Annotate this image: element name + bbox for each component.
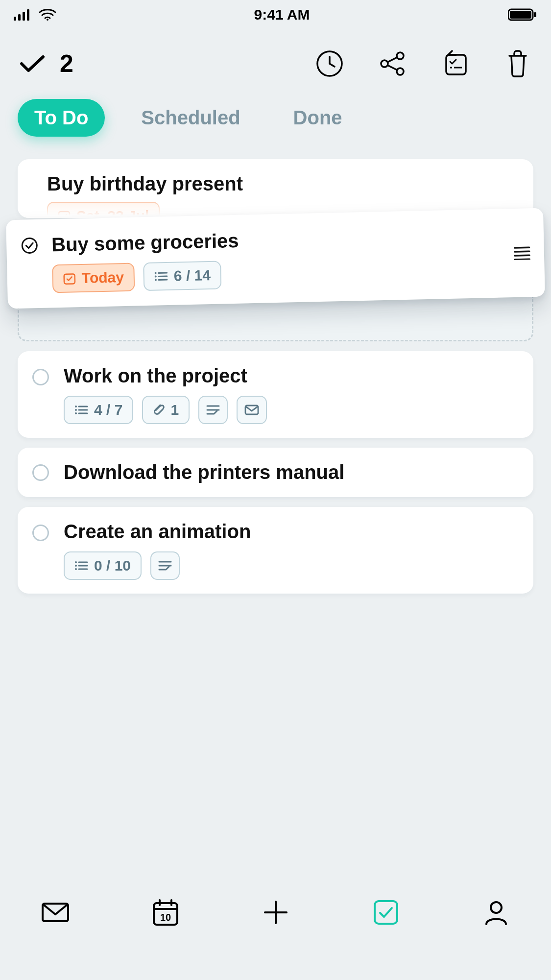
- task-card[interactable]: Buy birthday present Sat, 22 Jul: [18, 159, 533, 218]
- svg-line-12: [387, 57, 397, 62]
- svg-point-18: [22, 238, 37, 253]
- share-button[interactable]: [379, 50, 406, 77]
- paperclip-icon: [153, 404, 165, 416]
- svg-point-20: [155, 272, 157, 274]
- task-card[interactable]: Work on the project 4 / 7 1: [18, 351, 533, 438]
- tab-add[interactable]: [260, 897, 291, 928]
- tab-calendar[interactable]: 10: [150, 897, 181, 928]
- task-title: Buy birthday present: [47, 173, 243, 195]
- tab-inbox[interactable]: [40, 897, 71, 928]
- svg-point-34: [75, 412, 77, 414]
- svg-rect-1: [18, 14, 21, 21]
- svg-point-32: [75, 409, 77, 411]
- svg-point-43: [75, 568, 77, 570]
- task-radio[interactable]: [32, 369, 49, 385]
- task-radio[interactable]: [32, 464, 49, 481]
- cellular-signal-icon: [14, 9, 31, 21]
- task-title: Create an animation: [64, 521, 519, 543]
- notes-chip[interactable]: [150, 551, 180, 580]
- progress-chip[interactable]: 0 / 10: [64, 551, 142, 580]
- svg-point-41: [75, 565, 77, 567]
- svg-rect-14: [446, 55, 466, 74]
- task-card[interactable]: Download the printers manual: [18, 448, 533, 497]
- email-chip[interactable]: [237, 396, 267, 424]
- bottom-tab-bar: 10: [0, 882, 551, 980]
- list-icon: [74, 405, 88, 415]
- svg-point-9: [397, 52, 404, 59]
- wifi-icon: [39, 9, 56, 21]
- battery-icon: [508, 8, 537, 22]
- svg-point-11: [397, 68, 404, 75]
- svg-rect-2: [23, 12, 25, 21]
- drag-handle-icon[interactable]: [514, 246, 531, 260]
- chip-label: Today: [81, 269, 124, 287]
- tab-todo[interactable]: To Do: [18, 99, 105, 137]
- chip-label: 1: [170, 402, 179, 418]
- filter-tabs: To Do Scheduled Done: [18, 98, 533, 137]
- status-right: [508, 8, 537, 22]
- task-title: Buy some groceries: [51, 230, 239, 256]
- svg-rect-54: [375, 901, 397, 924]
- svg-point-55: [491, 902, 502, 913]
- status-left: [14, 9, 56, 21]
- checkmark-icon: [20, 54, 45, 73]
- task-list: Buy birthday present Sat, 22 Jul Buy som…: [18, 159, 533, 877]
- progress-chip[interactable]: 4 / 7: [64, 396, 133, 424]
- task-radio-checked[interactable]: [21, 237, 38, 254]
- tab-done[interactable]: Done: [277, 99, 359, 137]
- delete-button[interactable]: [504, 50, 531, 77]
- svg-rect-0: [14, 17, 16, 21]
- svg-point-39: [75, 561, 77, 563]
- status-bar: 9:41 AM: [0, 0, 551, 29]
- svg-point-4: [47, 19, 48, 21]
- svg-rect-3: [27, 9, 29, 21]
- mail-icon: [244, 404, 259, 416]
- svg-line-13: [387, 65, 397, 70]
- task-title: Work on the project: [64, 365, 519, 387]
- selection-count: 2: [60, 49, 73, 78]
- chip-label: 4 / 7: [94, 402, 122, 418]
- attachment-chip[interactable]: 1: [142, 396, 190, 424]
- chip-label: 0 / 10: [94, 557, 131, 574]
- task-card[interactable]: Create an animation 0 / 10: [18, 507, 533, 594]
- tab-profile[interactable]: [480, 897, 512, 928]
- calendar-check-icon: [63, 272, 76, 285]
- notes-icon: [206, 404, 220, 416]
- svg-line-27: [515, 251, 529, 252]
- selection-indicator: 2: [20, 49, 73, 78]
- schedule-button[interactable]: [316, 50, 343, 77]
- svg-line-28: [515, 255, 529, 256]
- progress-chip[interactable]: 6 / 14: [143, 261, 221, 291]
- list-icon: [154, 271, 168, 282]
- status-time: 9:41 AM: [254, 6, 310, 23]
- task-title: Download the printers manual: [64, 461, 519, 483]
- tab-scheduled[interactable]: Scheduled: [124, 99, 257, 137]
- svg-line-29: [515, 259, 529, 260]
- due-date-chip[interactable]: Today: [52, 263, 135, 293]
- svg-point-22: [155, 276, 157, 278]
- drag-area: Buy some groceries Today 6 / 14: [18, 214, 533, 341]
- task-radio[interactable]: [32, 525, 49, 541]
- notes-icon: [158, 560, 172, 572]
- calendar-day-label: 10: [160, 912, 170, 923]
- move-to-list-button[interactable]: [441, 50, 469, 77]
- svg-rect-6: [510, 11, 531, 19]
- svg-point-24: [155, 279, 157, 281]
- svg-rect-7: [534, 12, 536, 17]
- notes-chip[interactable]: [198, 396, 228, 424]
- svg-line-26: [515, 247, 529, 248]
- selection-toolbar: 2: [0, 42, 551, 86]
- tab-tasks[interactable]: [370, 897, 402, 928]
- svg-point-10: [381, 60, 388, 67]
- svg-point-30: [75, 406, 77, 407]
- list-icon: [74, 560, 88, 571]
- chip-label: 6 / 14: [174, 267, 211, 285]
- task-card-dragging[interactable]: Buy some groceries Today 6 / 14: [6, 208, 545, 309]
